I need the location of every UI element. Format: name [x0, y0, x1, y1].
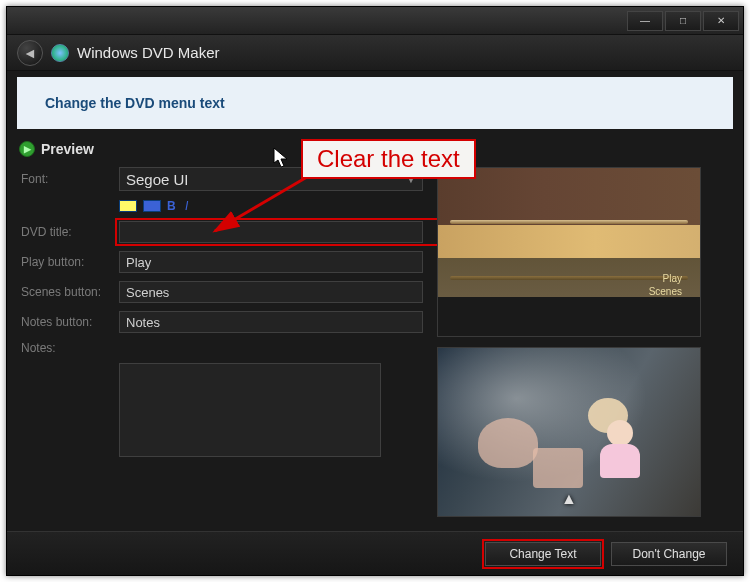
app-window: — □ ✕ ◄ Windows DVD Maker Change the DVD…	[6, 6, 744, 576]
content-area: Font: Segoe UI ▼ B I DVD title:	[7, 159, 743, 531]
notes-textarea[interactable]	[119, 363, 381, 457]
photo-shape	[598, 420, 642, 480]
arrow-up-icon: ▲	[561, 490, 577, 508]
scenes-button-input[interactable]	[119, 281, 423, 303]
divider-icon	[450, 220, 688, 224]
dvd-title-row: DVD title:	[21, 221, 423, 243]
font-color-swatch-2[interactable]	[143, 200, 161, 212]
preview-label: Preview	[41, 141, 94, 157]
menu-preview-scenes: Scenes	[649, 285, 682, 298]
font-value: Segoe UI	[126, 171, 189, 188]
notes-row: Notes:	[21, 341, 423, 355]
app-title: Windows DVD Maker	[77, 44, 220, 61]
play-button-label: Play button:	[21, 255, 113, 269]
play-button-input[interactable]	[119, 251, 423, 273]
back-arrow-icon: ◄	[23, 45, 37, 61]
menu-preview-text: Play Scenes	[649, 272, 682, 298]
nav-row: ◄ Windows DVD Maker	[7, 35, 743, 71]
play-button-row: Play button:	[21, 251, 423, 273]
notes-label: Notes:	[21, 341, 113, 355]
menu-preview-thumbnail[interactable]: Play Scenes	[437, 167, 701, 337]
change-text-button[interactable]: Change Text	[485, 542, 601, 566]
dvd-title-label: DVD title:	[21, 225, 113, 239]
close-button[interactable]: ✕	[703, 11, 739, 31]
scenes-button-label: Scenes button:	[21, 285, 113, 299]
footer: Change Text Don't Change	[7, 531, 743, 575]
menu-preview-play: Play	[649, 272, 682, 285]
play-icon: ▶	[19, 141, 35, 157]
change-text-label: Change Text	[509, 547, 576, 561]
dont-change-label: Don't Change	[632, 547, 705, 561]
notes-button-label: Notes button:	[21, 315, 113, 329]
back-button[interactable]: ◄	[17, 40, 43, 66]
dvd-title-input[interactable]	[119, 221, 423, 243]
photo-shape	[478, 418, 538, 468]
scenes-preview-thumbnail[interactable]: ▲	[437, 347, 701, 517]
annotation-callout: Clear the text	[301, 139, 476, 179]
preview-pane: Play Scenes ▲	[437, 167, 729, 521]
change-text-button-wrap: Change Text	[485, 542, 601, 566]
minimize-button[interactable]: —	[627, 11, 663, 31]
instruction-text: Change the DVD menu text	[45, 95, 225, 111]
font-label: Font:	[21, 172, 113, 186]
annotation-text: Clear the text	[317, 145, 460, 172]
font-style-buttons: B I	[119, 199, 423, 213]
notes-button-row: Notes button:	[21, 311, 423, 333]
italic-button[interactable]: I	[185, 199, 195, 213]
maximize-button[interactable]: □	[665, 11, 701, 31]
titlebar: — □ ✕	[7, 7, 743, 35]
menu-text-form: Font: Segoe UI ▼ B I DVD title:	[21, 167, 423, 521]
photo-shape	[533, 448, 583, 488]
app-icon	[51, 44, 69, 62]
instruction-banner: Change the DVD menu text	[17, 77, 733, 129]
font-color-swatch[interactable]	[119, 200, 137, 212]
scenes-button-row: Scenes button:	[21, 281, 423, 303]
dont-change-button[interactable]: Don't Change	[611, 542, 727, 566]
notes-button-input[interactable]	[119, 311, 423, 333]
bold-button[interactable]: B	[167, 199, 179, 213]
